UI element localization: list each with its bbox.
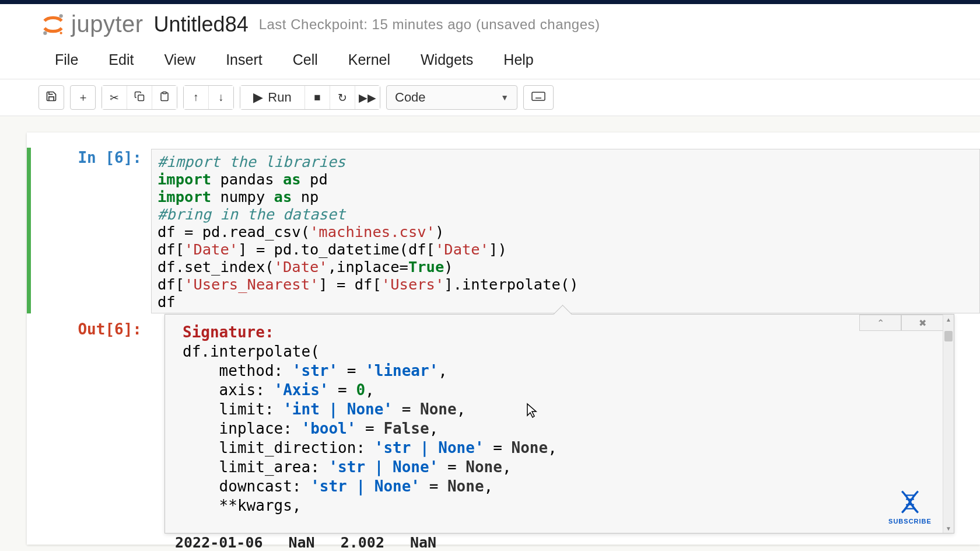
clipboard-group: ✂ — [102, 85, 177, 110]
copy-icon — [134, 91, 145, 104]
notebook-header: jupyter Untitled84 Last Checkpoint: 15 m… — [0, 4, 980, 43]
notebook-title[interactable]: Untitled84 — [154, 12, 249, 37]
arrow-up-icon: ↑ — [193, 91, 199, 104]
out-prompt: Out[6]: — [78, 318, 142, 338]
out-date: 2022-01-06 — [175, 534, 263, 551]
menu-insert[interactable]: Insert — [223, 48, 265, 72]
move-group: ↑ ↓ — [183, 85, 234, 110]
popup-controls: ⌃ ✖ — [859, 315, 943, 331]
popup-scrollbar[interactable]: ▲ ▼ — [943, 315, 954, 533]
code-cell[interactable]: In [6]: #import the libraries import pan… — [27, 148, 980, 313]
svg-rect-4 — [163, 92, 166, 93]
keyboard-icon — [531, 91, 545, 104]
menu-file[interactable]: File — [52, 48, 80, 72]
paste-icon — [159, 91, 170, 104]
svg-point-1 — [43, 31, 47, 34]
dna-icon — [897, 507, 923, 517]
out-col2: 2.002 — [341, 534, 384, 551]
popup-content: Signature: df.interpolate( method: 'str'… — [165, 315, 954, 521]
restart-button[interactable]: ↻ — [330, 86, 355, 109]
subscribe-badge[interactable]: SUBSCRIBE — [887, 489, 933, 525]
scissors-icon: ✂ — [110, 91, 119, 104]
svg-point-2 — [60, 32, 62, 34]
restart-icon: ↻ — [338, 91, 347, 104]
svg-rect-5 — [532, 92, 545, 100]
scroll-down-icon[interactable]: ▼ — [943, 524, 954, 533]
move-down-button[interactable]: ↓ — [209, 86, 233, 109]
save-icon — [46, 90, 57, 105]
code-input-area[interactable]: #import the libraries import pandas as p… — [151, 149, 980, 313]
chevron-up-icon: ⌃ — [877, 318, 884, 329]
cell-type-dropdown[interactable]: Code ▼ — [386, 85, 517, 110]
close-icon: ✖ — [919, 318, 926, 329]
cut-button[interactable]: ✂ — [102, 86, 127, 109]
chevron-down-icon: ▼ — [501, 93, 509, 102]
arrow-down-icon: ↓ — [218, 91, 224, 104]
run-group: ▶ Run ■ ↻ ▶▶ — [240, 85, 380, 110]
copy-button[interactable] — [127, 86, 152, 109]
menu-kernel[interactable]: Kernel — [346, 48, 393, 72]
out-col3: NaN — [410, 534, 436, 551]
window-top-border — [0, 0, 980, 4]
move-up-button[interactable]: ↑ — [184, 86, 209, 109]
fast-forward-icon: ▶▶ — [359, 91, 376, 104]
add-cell-button[interactable]: ＋ — [70, 85, 96, 110]
checkpoint-status: Last Checkpoint: 15 minutes ago (unsaved… — [259, 16, 600, 33]
paste-button[interactable] — [152, 86, 177, 109]
run-label: Run — [268, 90, 291, 105]
svg-rect-3 — [138, 95, 144, 100]
svg-point-0 — [60, 14, 63, 18]
interrupt-button[interactable]: ■ — [305, 86, 330, 109]
restart-run-all-button[interactable]: ▶▶ — [355, 86, 380, 109]
cell-type-value: Code — [395, 90, 426, 105]
play-icon: ▶ — [253, 90, 263, 105]
menu-cell[interactable]: Cell — [290, 48, 320, 72]
plus-icon: ＋ — [78, 90, 89, 105]
jupyter-mark-icon — [41, 12, 65, 37]
save-button[interactable] — [38, 85, 64, 110]
out-col1: NaN — [289, 534, 315, 551]
menu-help[interactable]: Help — [501, 48, 536, 72]
menu-view[interactable]: View — [162, 48, 198, 72]
introspection-popup: ⌃ ✖ ▲ ▼ Signature: df.interpolate( metho… — [164, 314, 954, 533]
mouse-cursor-icon — [526, 403, 538, 421]
command-palette-button[interactable] — [523, 85, 554, 110]
menu-edit[interactable]: Edit — [106, 48, 136, 72]
menu-bar: File Edit View Insert Cell Kernel Widget… — [0, 43, 980, 79]
popup-expand-button[interactable]: ⌃ — [859, 315, 901, 331]
scroll-up-icon[interactable]: ▲ — [943, 315, 954, 324]
popup-close-button[interactable]: ✖ — [901, 315, 943, 331]
jupyter-logo[interactable]: jupyter — [41, 11, 144, 37]
jupyter-wordmark: jupyter — [71, 11, 144, 37]
stop-icon: ■ — [314, 91, 320, 104]
toolbar: ＋ ✂ ↑ ↓ ▶ Run ■ ↻ ▶▶ Code ▼ — [0, 79, 980, 116]
output-data-row: 2022-01-06 NaN 2.002 NaN — [175, 534, 436, 551]
scroll-thumb[interactable] — [944, 331, 953, 341]
run-button[interactable]: ▶ Run — [240, 86, 305, 109]
in-prompt: In [6]: — [78, 149, 142, 166]
subscribe-label: SUBSCRIBE — [887, 518, 933, 525]
menu-widgets[interactable]: Widgets — [418, 48, 475, 72]
